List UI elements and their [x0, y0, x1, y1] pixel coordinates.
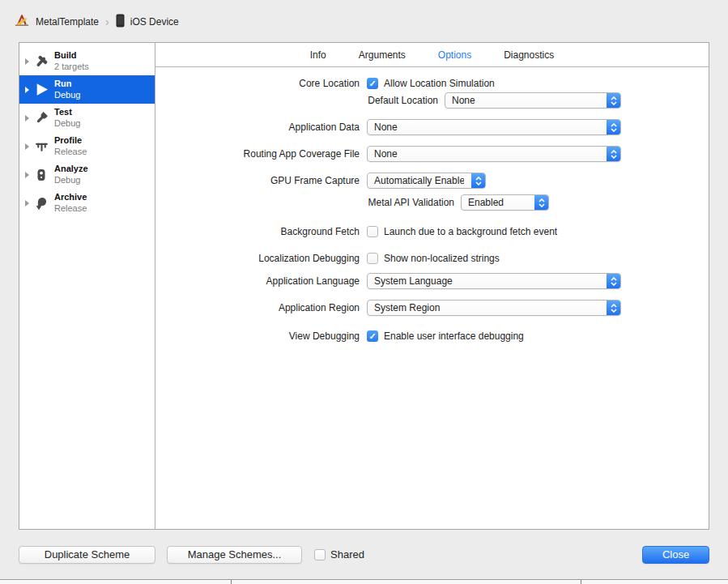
- scheme-phase-sidebar: Build 2 targets Run Debug: [19, 43, 155, 529]
- popup-stepper-icon: [607, 147, 620, 161]
- sidebar-item-archive[interactable]: Archive Release: [19, 189, 155, 217]
- core-location-label: Core Location: [155, 78, 360, 89]
- background-fetch-checkbox-label: Launch due to a background fetch event: [384, 226, 557, 237]
- sidebar-item-subtitle: 2 targets: [54, 62, 89, 73]
- view-debugging-checkbox-label: Enable user interface debugging: [384, 330, 524, 342]
- breadcrumb-separator-icon: ›: [105, 15, 109, 28]
- application-data-popup[interactable]: None: [367, 119, 621, 135]
- metal-api-validation-row: Metal API Validation Enabled: [155, 194, 709, 211]
- popup-stepper-icon: [534, 195, 548, 210]
- application-language-row: Application Language System Language: [155, 273, 709, 289]
- options-form: Core Location ✓ Allow Location Simulatio…: [155, 67, 709, 529]
- tab-diagnostics[interactable]: Diagnostics: [504, 49, 554, 61]
- sidebar-item-subtitle: Release: [54, 203, 87, 215]
- sidebar-item-profile[interactable]: Profile Release: [19, 132, 155, 160]
- gpu-frame-capture-label: GPU Frame Capture: [155, 175, 360, 186]
- view-debugging-row: View Debugging ✓ Enable user interface d…: [155, 328, 709, 344]
- popup-stepper-icon: [607, 120, 620, 134]
- sidebar-item-title: Build: [54, 50, 89, 62]
- tab-arguments[interactable]: Arguments: [359, 49, 406, 61]
- view-debugging-label: View Debugging: [155, 330, 360, 342]
- gpu-frame-capture-row: GPU Frame Capture Automatically Enabled: [155, 173, 709, 189]
- archive-arrow-icon: [32, 194, 50, 212]
- sidebar-item-subtitle: Release: [54, 147, 87, 158]
- application-language-popup[interactable]: System Language: [367, 273, 621, 289]
- manage-schemes-button[interactable]: Manage Schemes...: [167, 546, 302, 564]
- background-window-divider: [581, 580, 581, 584]
- tab-bar: Info Arguments Options Diagnostics: [155, 43, 709, 67]
- routing-app-coverage-label: Routing App Coverage File: [155, 148, 360, 160]
- device-icon: [116, 14, 125, 30]
- shared-checkbox-label: Shared: [330, 548, 364, 561]
- sidebar-item-title: Analyze: [54, 164, 88, 175]
- sidebar-item-title: Profile: [54, 135, 87, 147]
- tab-info[interactable]: Info: [310, 49, 326, 61]
- hammer-icon: [32, 53, 50, 70]
- sheet-footer: Duplicate Scheme Manage Schemes... Share…: [0, 530, 728, 579]
- localization-debugging-checkbox[interactable]: [367, 253, 378, 264]
- allow-location-simulation-checkbox[interactable]: ✓: [367, 78, 378, 89]
- sidebar-item-analyze[interactable]: Analyze Debug: [19, 160, 155, 189]
- popup-stepper-icon: [607, 274, 620, 288]
- sidebar-item-test[interactable]: Test Debug: [19, 104, 155, 132]
- wrench-icon: [32, 109, 50, 127]
- disclosure-triangle-icon[interactable]: [25, 143, 29, 150]
- disclosure-triangle-icon[interactable]: [25, 172, 29, 178]
- popup-stepper-icon: [471, 173, 485, 188]
- disclosure-triangle-icon[interactable]: [25, 87, 29, 93]
- scheme-icon: [15, 13, 30, 31]
- core-location-row: Core Location ✓ Allow Location Simulatio…: [155, 75, 709, 92]
- sidebar-item-title: Test: [54, 107, 80, 118]
- default-location-row: Default Location None: [155, 92, 709, 109]
- profile-caliper-icon: [32, 138, 50, 156]
- breadcrumb-device[interactable]: iOS Device: [130, 16, 179, 28]
- tab-options[interactable]: Options: [438, 49, 471, 61]
- close-button[interactable]: Close: [642, 546, 709, 564]
- breadcrumb: MetalTemplate › iOS Device: [15, 12, 179, 32]
- application-language-label: Application Language: [155, 275, 360, 287]
- scheme-editor-panel: Build 2 targets Run Debug: [19, 42, 709, 530]
- shared-checkbox[interactable]: [314, 549, 326, 561]
- routing-app-coverage-popup[interactable]: None: [367, 146, 621, 162]
- analyze-badge-icon: [32, 166, 50, 184]
- metal-api-validation-label: Metal API Validation: [367, 197, 454, 208]
- checkmark-icon: ✓: [368, 79, 376, 88]
- allow-location-simulation-label: Allow Location Simulation: [384, 78, 495, 89]
- edit-scheme-sheet: MetalTemplate › iOS Device Bui: [0, 0, 728, 579]
- disclosure-triangle-icon[interactable]: [25, 115, 29, 121]
- application-data-label: Application Data: [155, 121, 360, 133]
- view-debugging-checkbox[interactable]: ✓: [367, 330, 378, 342]
- popup-stepper-icon: [607, 93, 620, 108]
- disclosure-triangle-icon[interactable]: [25, 200, 29, 207]
- sidebar-item-build[interactable]: Build 2 targets: [19, 47, 155, 75]
- breadcrumb-scheme[interactable]: MetalTemplate: [36, 16, 99, 28]
- checkmark-icon: ✓: [368, 332, 376, 341]
- sidebar-item-run[interactable]: Run Debug: [19, 75, 155, 104]
- play-icon: [32, 81, 50, 99]
- popup-stepper-icon: [607, 301, 620, 315]
- application-region-label: Application Region: [155, 302, 360, 313]
- background-window-strip: [0, 579, 728, 584]
- sidebar-item-title: Run: [54, 79, 80, 90]
- sidebar-item-subtitle: Debug: [54, 90, 80, 101]
- background-fetch-row: Background Fetch Launch due to a backgro…: [155, 224, 709, 240]
- application-data-row: Application Data None: [155, 119, 709, 135]
- application-region-row: Application Region System Region: [155, 300, 709, 316]
- duplicate-scheme-button[interactable]: Duplicate Scheme: [19, 546, 155, 564]
- localization-debugging-row: Localization Debugging Show non-localize…: [155, 250, 709, 266]
- application-region-popup[interactable]: System Region: [367, 300, 621, 316]
- sidebar-item-title: Archive: [54, 192, 87, 203]
- sidebar-item-subtitle: Debug: [54, 175, 88, 186]
- routing-app-coverage-row: Routing App Coverage File None: [155, 146, 709, 162]
- default-location-popup[interactable]: None: [445, 92, 621, 109]
- metal-api-validation-popup[interactable]: Enabled: [461, 194, 549, 211]
- background-window-divider: [231, 580, 232, 584]
- disclosure-triangle-icon[interactable]: [25, 58, 29, 65]
- default-location-label: Default Location: [367, 95, 438, 106]
- gpu-frame-capture-popup[interactable]: Automatically Enabled: [367, 173, 486, 189]
- scheme-options-pane: Info Arguments Options Diagnostics Core …: [155, 43, 709, 529]
- sidebar-item-subtitle: Debug: [54, 118, 80, 130]
- background-fetch-checkbox[interactable]: [367, 226, 378, 237]
- localization-debugging-label: Localization Debugging: [155, 253, 360, 264]
- background-fetch-label: Background Fetch: [155, 226, 360, 237]
